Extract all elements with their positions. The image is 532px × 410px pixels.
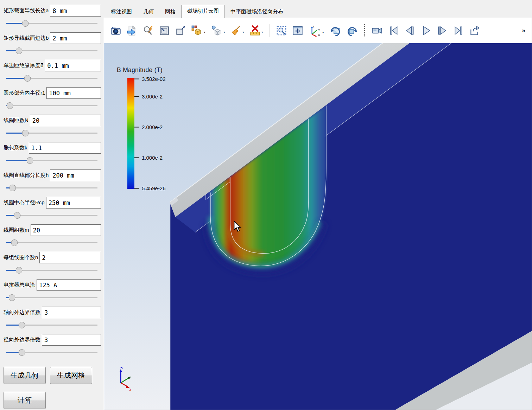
record-video-button[interactable] [370,24,384,37]
slider-thumb[interactable] [7,102,13,109]
toolbar-overflow-button[interactable]: » [522,27,527,34]
export-image-icon [126,25,138,36]
play-icon [420,25,432,36]
param-turns-N: 线圈匝数N [4,115,101,137]
zoom-flash-button[interactable] [141,24,155,37]
slider-thumb[interactable] [22,20,29,27]
go-to-start-icon [388,25,399,36]
field-plot-viewport[interactable]: x B Magnitude (T) 3.582e-02 [104,43,532,410]
calculate-button[interactable]: 计算 [4,392,46,409]
slider-track[interactable] [6,105,97,106]
tab-field-slice-plot[interactable]: 磁场切片云图 [181,5,225,18]
slider-thumb[interactable] [22,130,29,136]
param-label: 线圈中心半径Rcp [4,199,45,206]
param-slider[interactable] [6,321,97,329]
param-input[interactable] [42,334,101,346]
generate-mesh-button[interactable]: 生成网格 [50,367,92,384]
fit-to-window-icon [292,25,303,36]
zoom-to-selection-button[interactable] [275,24,288,37]
slider-thumb[interactable] [19,322,25,328]
view-orientation-button[interactable]: z Y X ▼ [307,24,325,38]
slider-thumb[interactable] [10,185,16,191]
param-slider[interactable] [6,74,97,83]
dropdown-caret-icon[interactable]: ▼ [322,31,324,37]
fit-to-window-button[interactable] [291,24,304,37]
delete-measurement-icon [249,25,261,36]
delete-measurement-button[interactable]: ▼ [248,24,265,37]
param-slider[interactable] [6,211,97,220]
param-input[interactable] [39,252,101,263]
zoom-box-out-button[interactable] [174,24,187,37]
camera-icon [110,25,121,36]
generate-geometry-button[interactable]: 生成几何 [4,367,46,384]
tab-midplane-radial-field[interactable]: 中平面磁场沿径向分布 [225,6,289,18]
svg-text:z: z [312,25,314,28]
param-input[interactable] [37,279,101,291]
viewport-toolbar: ▼ ▼ [104,18,532,43]
dropdown-caret-icon[interactable]: ▼ [261,31,264,36]
param-label: 轴向外边界倍数 [4,309,40,316]
step-forward-button[interactable] [436,24,449,37]
component-visibility-button[interactable]: ▼ [210,24,227,37]
param-label: 线圈直线部分长度h [4,172,49,179]
slider-thumb[interactable] [27,157,33,164]
param-input[interactable] [29,142,101,154]
previous-frame-button[interactable] [403,24,417,37]
export-animation-button[interactable] [468,24,481,37]
zoom-box-in-button[interactable] [158,24,171,37]
param-input[interactable] [50,169,101,181]
slider-thumb[interactable] [19,349,25,356]
zoom-box-in-icon [159,25,170,36]
param-input[interactable] [46,87,101,99]
param-label: 单边匝绝缘厚度δ [4,62,43,69]
zoom-to-selection-icon [276,25,287,36]
param-input[interactable] [50,32,101,44]
param-slider[interactable] [6,348,97,357]
param-wire-long-side: 矩形截面导线长边a [4,5,101,28]
param-slider[interactable] [6,102,97,110]
param-input[interactable] [50,5,101,17]
param-input[interactable] [30,115,101,126]
param-axial-boundary-multiple: 轴向外边界倍数 [4,307,101,329]
dropdown-caret-icon[interactable]: ▼ [223,31,226,36]
param-slider[interactable] [6,156,97,165]
go-to-start-button[interactable] [387,24,400,37]
component-visibility-icon [211,25,223,36]
slider-track[interactable] [6,187,97,188]
rotate-counterclockwise-button[interactable] [345,24,359,37]
dropdown-caret-icon[interactable]: ▼ [203,31,206,36]
rotate-clockwise-button[interactable] [328,24,342,37]
slider-thumb[interactable] [8,294,15,301]
tab-geometry[interactable]: 几何 [138,6,159,18]
export-image-button[interactable] [125,24,139,37]
tab-mesh[interactable]: 网格 [159,6,181,18]
param-input[interactable] [42,307,101,318]
param-slider[interactable] [6,47,97,55]
param-slider[interactable] [6,129,97,137]
param-input[interactable] [46,197,101,209]
slider-thumb[interactable] [16,267,23,274]
param-slider[interactable] [6,19,97,28]
rotate-clockwise-icon [329,25,341,36]
slider-thumb[interactable] [16,47,23,54]
param-label: 电抗器总电流 [4,282,35,288]
param-input[interactable] [45,60,101,71]
dropdown-caret-icon[interactable]: ▼ [242,31,245,36]
clean-sweep-button[interactable]: ▼ [229,24,246,37]
param-slider[interactable] [6,294,97,302]
camera-button[interactable] [109,24,122,37]
slider-thumb[interactable] [24,75,31,82]
slider-thumb[interactable] [14,212,21,219]
slider-thumb[interactable] [11,239,18,246]
param-slider[interactable] [6,184,97,192]
param-slider[interactable] [6,239,97,247]
param-input[interactable] [31,224,101,236]
slider-track[interactable] [6,297,97,298]
slider-track[interactable] [6,242,97,243]
go-to-end-icon [453,25,464,36]
tab-annotated-view[interactable]: 标注视图 [105,6,138,18]
play-button[interactable] [419,24,433,37]
display-mode-button[interactable]: ▼ [190,24,207,37]
param-slider[interactable] [6,266,97,275]
go-to-end-button[interactable] [452,24,465,37]
